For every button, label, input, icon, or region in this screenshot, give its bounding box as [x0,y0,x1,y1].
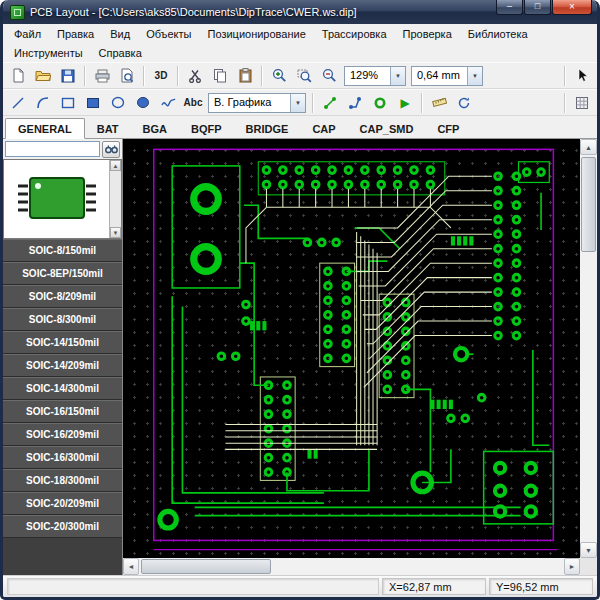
list-item[interactable]: SOIC-16/300mil [3,446,122,469]
new-file-button[interactable] [6,65,30,87]
list-item[interactable]: SOIC-20/209mil [3,492,122,515]
scroll-left-icon[interactable]: ◄ [123,558,139,575]
chevron-down-icon[interactable]: ▼ [390,67,405,85]
maximize-button[interactable]: □ [524,0,551,15]
pattern-editor-button[interactable] [570,92,594,114]
chevron-down-icon[interactable]: ▼ [290,94,305,112]
horizontal-scroll-track[interactable] [139,558,564,575]
copy-button[interactable] [208,65,232,87]
scroll-up-icon[interactable]: ▲ [580,139,597,155]
print-preview-button[interactable] [115,65,139,87]
list-item[interactable]: SOIC-14/300mil [3,377,122,400]
text-tool-button[interactable]: Abc [181,92,205,114]
scroll-down-icon[interactable]: ▼ [580,542,597,558]
route-manual-icon [348,96,362,110]
status-x-coordinate: X=62,87 mm [382,578,486,595]
list-item[interactable]: SOIC-16/150mil [3,400,122,423]
list-item[interactable]: SOIC-8/209mil [3,285,122,308]
menu-item-help[interactable]: Справка [91,45,150,61]
rectangle-tool-button[interactable] [56,92,80,114]
measure-tool-button[interactable] [427,92,451,114]
print-button[interactable] [90,65,114,87]
view-3d-button[interactable]: 3D [149,65,173,87]
menu-item-verification[interactable]: Проверка [395,26,460,42]
menu-item-file[interactable]: Файл [6,26,49,42]
filled-rectangle-tool-button[interactable] [81,92,105,114]
refresh-icon [457,96,471,110]
list-item[interactable]: SOIC-8/300mil [3,308,122,331]
horizontal-scroll-thumb[interactable] [141,559,271,574]
open-file-button[interactable] [31,65,55,87]
layer-combo[interactable]: В. Графика ▼ [208,93,306,113]
list-item[interactable]: SOIC-14/209mil [3,354,122,377]
menu-item-edit[interactable]: Правка [49,26,102,42]
tab-cap-smd[interactable]: CAP_SMD [348,119,426,138]
scroll-right-icon[interactable]: ► [564,558,580,575]
pcb-canvas[interactable] [123,139,580,558]
list-item[interactable]: SOIC-16/209mil [3,423,122,446]
tab-bga[interactable]: BGA [131,119,179,138]
grid-value: 0,64 mm [412,67,467,85]
menu-item-tools[interactable]: Инструменты [6,45,91,61]
zoom-combo[interactable]: 129% ▼ [344,66,406,86]
component-search-row [3,139,122,159]
select-tool-button[interactable] [570,65,594,87]
toolbar-separator [312,93,314,113]
titlebar[interactable]: PCB Layout - [C:\Users\aks85\Documents\D… [3,0,597,24]
tab-bqfp[interactable]: BQFP [179,119,234,138]
route-trace-button[interactable] [318,92,342,114]
tab-general[interactable]: GENERAL [5,118,85,139]
tab-bat[interactable]: BAT [85,119,131,138]
tab-cap[interactable]: CAP [300,119,347,138]
zoom-out-button[interactable] [317,65,341,87]
component-search-input[interactable] [5,141,100,157]
vertical-scroll-thumb[interactable] [581,157,596,252]
preview-scrollbar[interactable]: ▲ ▼ [109,160,121,238]
scroll-up-icon[interactable]: ▲ [110,160,121,171]
list-item[interactable]: SOIC-20/300mil [3,515,122,538]
zoom-in-button[interactable] [267,65,291,87]
tab-cfp[interactable]: CFP [425,119,471,138]
via-icon [373,96,387,110]
tab-bridge[interactable]: BRIDGE [234,119,301,138]
run-autoroute-button[interactable]: ▶ [393,92,417,114]
main-content: ▲ ▼ SOIC-8/150mil SOIC-8EP/150mil SOIC-8… [3,139,597,575]
close-button[interactable]: × [552,0,592,15]
ellipse-tool-button[interactable] [106,92,130,114]
toolbar-separator [421,93,423,113]
save-button[interactable] [56,65,80,87]
list-item[interactable]: SOIC-8/150mil [3,239,122,262]
vertical-scrollbar[interactable]: ▲ ▼ [580,139,597,558]
grid-combo[interactable]: 0,64 mm ▼ [411,66,483,86]
route-manual-button[interactable] [343,92,367,114]
chevron-down-icon[interactable]: ▼ [467,67,482,85]
component-search-button[interactable] [102,141,120,158]
list-item[interactable]: SOIC-18/300mil [3,469,122,492]
toolbar-separator [261,66,263,86]
zoom-window-button[interactable] [292,65,316,87]
arc-tool-button[interactable] [31,92,55,114]
spline-tool-button[interactable] [156,92,180,114]
paste-button[interactable] [233,65,257,87]
component-sidebar: ▲ ▼ SOIC-8/150mil SOIC-8EP/150mil SOIC-8… [3,139,123,575]
menu-item-routing[interactable]: Трассировка [314,26,395,42]
vertical-scroll-track[interactable] [580,155,597,542]
menubar-row1: Файл Правка Вид Объекты Позиционирование… [3,24,597,43]
statusbar: X=62,87 mm Y=96,52 mm [3,575,597,597]
scrollbar-corner [580,558,597,575]
scroll-down-icon[interactable]: ▼ [110,227,121,238]
paste-icon [239,68,252,83]
cut-button[interactable] [183,65,207,87]
menu-item-library[interactable]: Библиотека [460,26,536,42]
menu-item-view[interactable]: Вид [102,26,138,42]
list-item[interactable]: SOIC-14/150mil [3,331,122,354]
line-tool-button[interactable] [6,92,30,114]
minimize-button[interactable]: – [496,0,523,15]
list-item[interactable]: SOIC-8EP/150mil [3,262,122,285]
menu-item-objects[interactable]: Объекты [138,26,199,42]
update-ratlines-button[interactable] [452,92,476,114]
via-tool-button[interactable] [368,92,392,114]
filled-ellipse-tool-button[interactable] [131,92,155,114]
horizontal-scrollbar[interactable]: ◄ ► [123,558,580,575]
menu-item-placement[interactable]: Позиционирование [200,26,314,42]
